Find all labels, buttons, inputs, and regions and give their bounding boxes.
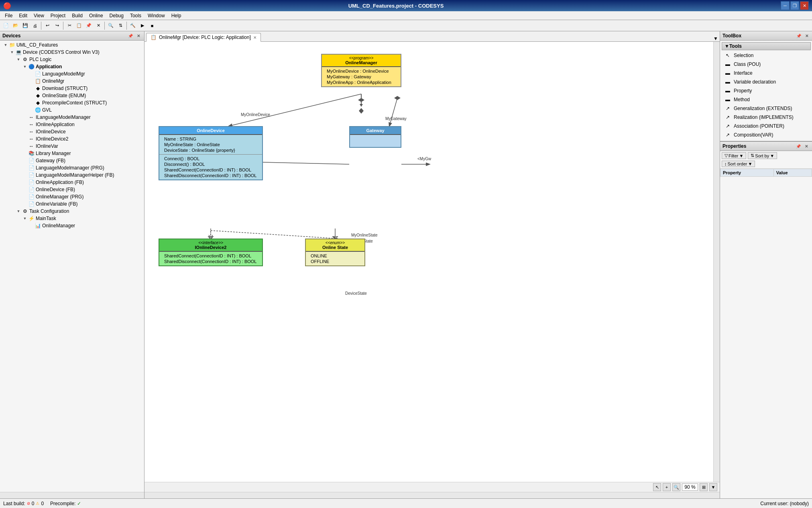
tree-item-download[interactable]: ◆Download (STRUCT) — [1, 85, 143, 92]
tb-paste[interactable]: 📌 — [84, 21, 93, 30]
tree-expander-download[interactable] — [28, 85, 35, 92]
tree-expander-ionlinedev2[interactable] — [22, 136, 28, 142]
zoom-fit-button[interactable]: ⊞ — [700, 483, 708, 491]
menu-item-build[interactable]: Build — [69, 12, 86, 19]
tree-expander-onlinestate[interactable] — [28, 92, 35, 99]
tree-expander-application[interactable]: ▼ — [22, 63, 28, 70]
tb-stop[interactable]: ■ — [148, 21, 157, 30]
tree-item-plclogic[interactable]: ▼⚙PLC Logic — [1, 56, 143, 63]
tool-item-interface[interactable]: ▬Interface — [722, 69, 811, 78]
tool-item-method[interactable]: ▬Method — [722, 95, 811, 104]
tree-item-langmgr[interactable]: 📄LanguageModelMgr — [1, 70, 143, 78]
menu-item-project[interactable]: Project — [47, 12, 69, 19]
tb-cut[interactable]: ✂ — [65, 21, 74, 30]
tree-item-langmodelmanager[interactable]: 📄LanguageModelmanager (PRG) — [1, 164, 143, 171]
diagram-area[interactable]: MyOnlineState DeviceState <MyGw MyOnline… — [144, 42, 713, 482]
tool-item-variabledecl[interactable]: ▬Variable declaration — [722, 78, 811, 86]
diagram-hscroll[interactable] — [144, 492, 720, 498]
tree-expander-langmgr[interactable] — [28, 71, 35, 77]
tree-expander-onlinemgr[interactable] — [28, 78, 35, 84]
devices-tree[interactable]: ▼📁UML_CD_Features▼💻Device (CODESYS Contr… — [0, 41, 144, 492]
tab-close-button[interactable]: ✕ — [253, 35, 256, 40]
sort-by-button[interactable]: ⇅ Sort by ▼ — [748, 152, 777, 159]
tools-group-header[interactable]: ▼ Tools — [722, 42, 811, 50]
tree-expander-ionlineapp[interactable] — [22, 121, 28, 128]
tree-expander-onlinemanager2[interactable] — [28, 222, 35, 229]
scroll-down[interactable]: ▼ — [709, 483, 717, 491]
tree-expander-maintask[interactable]: ▼ — [22, 215, 28, 222]
tree-item-ilangmgr[interactable]: ↔ILanguageModelManager — [1, 114, 143, 121]
tree-item-ionlinedev[interactable]: ↔IOnlineDevice — [1, 128, 143, 135]
tree-item-libmgr[interactable]: 📚Library Manager — [1, 150, 143, 157]
tree-item-gateway[interactable]: 📄Gateway (FB) — [1, 157, 143, 164]
tool-item-composition[interactable]: ↗Composition(VAR) — [722, 131, 811, 139]
tool-item-generalization[interactable]: ↗Generalization (EXTENDS) — [722, 104, 811, 113]
uml-box-enum[interactable]: <<enum>> Online State ONLINE OFFLINE — [305, 239, 365, 266]
uml-box-online-device[interactable]: OnlineDevice Name : STRING MyOnlineState… — [159, 126, 263, 180]
tree-item-onlinemanagerprg[interactable]: 📄OnlineManager (PRG) — [1, 193, 143, 200]
tree-item-onlinemanager2[interactable]: 📊OnlineManager — [1, 222, 143, 229]
tree-expander-precompile[interactable] — [28, 100, 35, 106]
cursor-tool[interactable]: ↖ — [653, 483, 661, 491]
tree-item-maintask[interactable]: ▼⚡MainTask — [1, 215, 143, 222]
tree-item-onlinevariable[interactable]: 📄OnlineVariable (FB) — [1, 200, 143, 208]
tree-expander-langmodelmanager[interactable] — [22, 165, 28, 171]
tree-item-device[interactable]: ▼💻Device (CODESYS Control Win V3) — [1, 49, 143, 56]
menu-item-debug[interactable]: Debug — [106, 12, 127, 19]
tree-expander-onlinemanagerprg[interactable] — [22, 194, 28, 200]
tree-expander-ionlinedev[interactable] — [22, 129, 28, 135]
tree-item-gvl[interactable]: 🌐GVL — [1, 106, 143, 114]
tree-item-precompile[interactable]: ◆PrecompileContext (STRUCT) — [1, 99, 143, 106]
tree-expander-onlinedevicefb[interactable] — [22, 186, 28, 193]
tb-save[interactable]: 💾 — [21, 21, 30, 30]
tool-item-class[interactable]: ▬Class (POU) — [722, 60, 811, 69]
tb-build[interactable]: 🔨 — [128, 21, 137, 30]
zoom-in-button[interactable]: + — [663, 483, 671, 491]
menu-item-help[interactable]: Help — [168, 12, 185, 19]
tb-redo[interactable]: ↪ — [53, 21, 61, 30]
tree-item-root[interactable]: ▼📁UML_CD_Features — [1, 41, 143, 49]
menu-item-window[interactable]: Window — [144, 12, 168, 19]
diagram-vscroll[interactable] — [713, 42, 720, 482]
tool-item-selection[interactable]: ↖Selection — [722, 51, 811, 60]
tab-dropdown[interactable]: ▼ — [713, 36, 718, 41]
tree-expander-gvl[interactable] — [28, 107, 35, 113]
tree-item-application[interactable]: ▼🔵Application — [1, 63, 143, 70]
devices-pin-button[interactable]: 📌 — [127, 33, 134, 39]
tree-item-ionlineapp[interactable]: ↔IOnlineApplication — [1, 121, 143, 128]
tree-item-taskconfig[interactable]: ▼⚙Task Configuration — [1, 208, 143, 215]
uml-box-program[interactable]: <<program>> OnlineManager MyOnlineDevice… — [321, 54, 401, 87]
tree-expander-device[interactable]: ▼ — [9, 49, 15, 55]
tree-expander-root[interactable]: ▼ — [2, 42, 9, 48]
toolbox-pin-button[interactable]: 📌 — [796, 33, 802, 39]
tree-item-onlinemgr[interactable]: 📋OnlineMgr — [1, 78, 143, 85]
tree-item-onlineapplication[interactable]: 📄OnlineApplication (FB) — [1, 179, 143, 186]
sort-order-button[interactable]: ↕ Sort order ▼ — [722, 161, 755, 167]
tb-copy[interactable]: 📋 — [75, 21, 83, 30]
magnify-button[interactable]: 🔍 — [672, 483, 680, 491]
tree-expander-gateway[interactable] — [22, 157, 28, 164]
tree-expander-libmgr[interactable] — [22, 150, 28, 157]
tree-expander-taskconfig[interactable]: ▼ — [15, 208, 22, 214]
uml-box-gateway[interactable]: Gateway — [349, 126, 401, 148]
prop-col-property[interactable]: Property — [720, 169, 774, 177]
devices-close-button[interactable]: ✕ — [135, 33, 142, 39]
toolbox-close-button[interactable]: ✕ — [804, 33, 810, 39]
tool-item-realization[interactable]: ↗Realization (IMPLEMENTS) — [722, 113, 811, 122]
minimize-button[interactable]: ─ — [781, 1, 790, 10]
tree-item-onlinestate[interactable]: ◆OnlineState (ENUM) — [1, 92, 143, 99]
tree-expander-langmodelhelper[interactable] — [22, 172, 28, 178]
menu-item-edit[interactable]: Edit — [16, 12, 31, 19]
tb-sort[interactable]: ⇅ — [116, 21, 125, 30]
properties-close-button[interactable]: ✕ — [803, 143, 810, 149]
tb-delete[interactable]: ✕ — [94, 21, 103, 30]
tool-item-property[interactable]: ▬Property — [722, 86, 811, 95]
menu-item-file[interactable]: File — [2, 12, 16, 19]
tb-run[interactable]: ▶ — [138, 21, 147, 30]
tree-expander-plclogic[interactable]: ▼ — [15, 56, 22, 63]
tb-new[interactable]: 📄 — [2, 21, 10, 30]
tree-expander-ilangmgr[interactable] — [22, 114, 28, 120]
uml-box-interface[interactable]: <<interface>> IOnlineDevice2 SharedConne… — [159, 239, 263, 266]
close-button[interactable]: ✕ — [800, 1, 809, 10]
tb-find[interactable]: 🔍 — [106, 21, 115, 30]
